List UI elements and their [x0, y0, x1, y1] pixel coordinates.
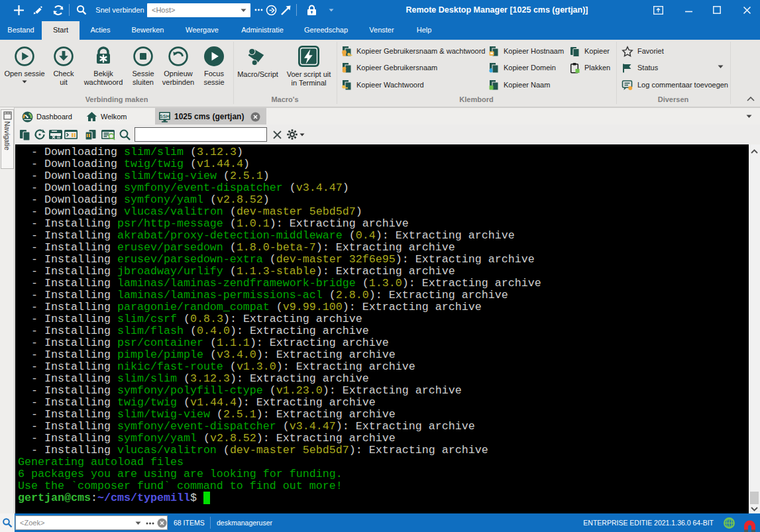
svg-text:SSH: SSH [160, 113, 170, 119]
